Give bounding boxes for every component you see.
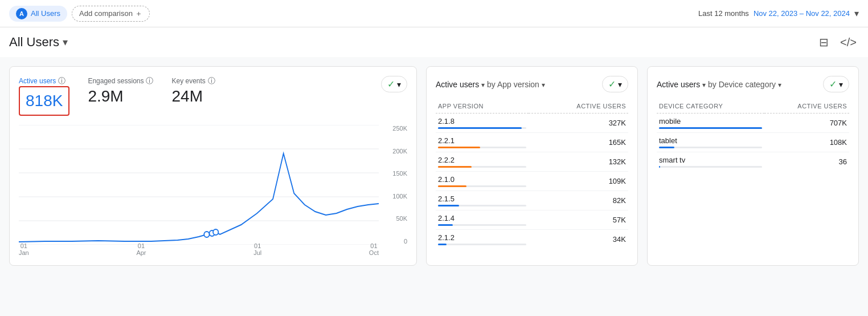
device-panel-title: Active users ▾ by Device category ▾ (657, 80, 781, 89)
right-panels: Active users ▾ by App version ▾ ✓ ▾ APP … (426, 66, 859, 266)
table-row: 2.1.4 57K (436, 210, 628, 230)
chart-area: 250K 200K 150K 100K 50K 0 (19, 125, 407, 256)
add-comparison-button[interactable]: Add comparison ＋ (72, 6, 150, 22)
app-version-panel-title: Active users ▾ by App version ▾ (436, 80, 545, 89)
engaged-sessions-info-icon[interactable]: ⓘ (146, 76, 153, 86)
x-label-jul-bottom: Jul (253, 249, 261, 256)
active-users-box: 818K (19, 86, 69, 116)
engaged-sessions-metric: Engaged sessions ⓘ 2.9M (88, 76, 153, 106)
y-label-150k: 150K (382, 170, 407, 177)
app-version-dim-2: 2.2.2 (436, 152, 529, 172)
engaged-sessions-value: 2.9M (88, 87, 153, 106)
app-version-dim-3: 2.1.0 (436, 172, 529, 191)
device-dim-caret[interactable]: ▾ (778, 81, 781, 89)
chart-controls: ✓ ▾ (381, 76, 407, 92)
device-col-dim: DEVICE CATEGORY (657, 99, 764, 114)
app-version-val-1: 165K (529, 133, 628, 152)
x-label-jan-bottom: Jan (19, 249, 29, 256)
segment-title: All Users ▾ (9, 35, 68, 50)
device-check-icon: ✓ (829, 79, 837, 90)
device-dim-name[interactable]: by Device category (708, 80, 776, 89)
chart-dropdown-icon: ▾ (397, 80, 401, 89)
y-label-100k: 100K (382, 193, 407, 200)
device-bar-bg-2 (659, 166, 762, 168)
app-version-val-4: 82K (529, 191, 628, 210)
app-version-metric-name[interactable]: Active users (436, 80, 479, 89)
app-version-val-5: 57K (529, 210, 628, 230)
app-version-dim-caret[interactable]: ▾ (542, 81, 545, 89)
chart-svg-wrap (19, 125, 379, 245)
date-range-detail: Nov 22, 2023 – Nov 22, 2024 (754, 9, 850, 18)
app-version-metric-caret[interactable]: ▾ (481, 81, 485, 89)
app-version-dim-6: 2.1.2 (436, 230, 529, 249)
app-version-val-0: 327K (529, 114, 628, 133)
main-content: Active users ⓘ 818K Engaged sessions ⓘ 2… (0, 57, 868, 275)
top-bar-right: Last 12 months Nov 22, 2023 – Nov 22, 20… (698, 8, 859, 19)
all-users-chip-label: All Users (31, 9, 60, 18)
device-bar-1 (659, 147, 674, 148)
device-selector[interactable]: ✓ ▾ (823, 76, 849, 92)
all-users-chip[interactable]: A All Users (9, 6, 67, 22)
segment-title-text: All Users (9, 35, 59, 50)
device-bar-2 (659, 166, 660, 168)
svg-point-6 (204, 232, 209, 237)
table-row: 2.2.2 132K (436, 152, 628, 172)
active-users-label: Active users (19, 77, 56, 85)
device-bar-bg-0 (659, 127, 762, 129)
device-val-1: 108K (764, 133, 849, 152)
date-dropdown-icon[interactable]: ▾ (854, 8, 859, 19)
x-axis: 01 Jan 01 Apr 01 Jul 01 Oct (19, 242, 379, 256)
x-label-jul: 01 Jul (253, 242, 261, 256)
avatar: A (16, 8, 27, 19)
app-version-selector[interactable]: ✓ ▾ (602, 76, 628, 92)
device-val-0: 707K (764, 114, 849, 133)
engaged-sessions-label-row: Engaged sessions ⓘ (88, 76, 153, 86)
device-metric-name[interactable]: Active users (657, 80, 700, 89)
app-version-dim-name[interactable]: by App version (487, 80, 539, 89)
app-version-bar-5 (438, 224, 453, 226)
device-bar-bg-1 (659, 147, 762, 148)
x-label-jan: 01 Jan (19, 242, 29, 256)
plus-icon: ＋ (135, 9, 142, 19)
top-bar: A All Users Add comparison ＋ Last 12 mon… (0, 0, 868, 27)
table-row: 2.1.0 109K (436, 172, 628, 191)
key-events-metric: Key events ⓘ 24M (171, 76, 215, 106)
segment-bar: All Users ▾ ⊟ </> (0, 27, 868, 57)
chart-metric-selector[interactable]: ✓ ▾ (381, 76, 407, 92)
app-version-val-3: 109K (529, 172, 628, 191)
app-version-dim-4: 2.1.5 (436, 191, 529, 210)
key-events-value: 24M (171, 87, 215, 106)
table-row: 2.1.2 34K (436, 230, 628, 249)
app-version-table: APP VERSION ACTIVE USERS 2.1.8 327K 2.2.… (436, 99, 628, 249)
active-users-label-row: Active users ⓘ (19, 76, 69, 86)
app-version-val-2: 132K (529, 152, 628, 172)
key-events-label-row: Key events ⓘ (171, 76, 215, 86)
device-category-panel: Active users ▾ by Device category ▾ ✓ ▾ … (647, 66, 859, 266)
key-events-info-icon[interactable]: ⓘ (208, 76, 215, 86)
segment-bar-right: ⊟ </> (817, 33, 859, 51)
app-version-bar-bg-2 (438, 166, 526, 168)
add-comparison-label: Add comparison (79, 9, 133, 18)
engaged-sessions-label: Engaged sessions (88, 77, 144, 85)
share-icon[interactable]: </> (838, 34, 859, 51)
app-version-panel: Active users ▾ by App version ▾ ✓ ▾ APP … (426, 66, 638, 266)
device-col-metric: ACTIVE USERS (764, 99, 849, 114)
x-label-jan-top: 01 (21, 242, 27, 249)
table-row: 2.2.1 165K (436, 133, 628, 152)
segment-dropdown-icon[interactable]: ▾ (63, 36, 68, 48)
check-circle-icon: ✓ (387, 79, 395, 90)
app-version-bar-3 (438, 185, 466, 187)
x-label-oct: 01 Oct (369, 242, 379, 256)
app-version-bar-4 (438, 205, 459, 206)
x-label-oct-bottom: Oct (369, 249, 379, 256)
key-events-label: Key events (171, 77, 205, 85)
app-version-col-metric: ACTIVE USERS (529, 99, 628, 114)
line-chart-svg (19, 125, 379, 245)
compare-icon[interactable]: ⊟ (817, 33, 831, 51)
active-users-info-icon[interactable]: ⓘ (58, 76, 65, 86)
x-label-oct-top: 01 (370, 242, 377, 249)
device-metric-caret[interactable]: ▾ (702, 81, 706, 89)
app-version-bar-6 (438, 244, 447, 245)
table-row: tablet 108K (657, 133, 849, 152)
y-axis: 250K 200K 150K 100K 50K 0 (382, 125, 407, 245)
